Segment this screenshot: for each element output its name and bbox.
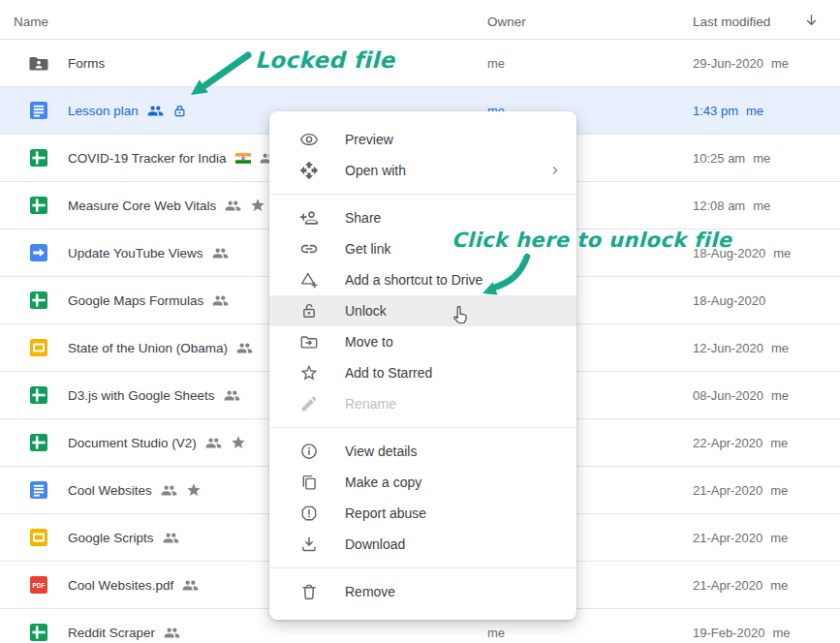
- menu-item-label: Download: [345, 536, 405, 552]
- last-modified-cell: 08-Jun-2020me: [693, 388, 789, 403]
- sheets-icon: [27, 289, 50, 312]
- menu-item-label: Add to Starred: [345, 365, 432, 381]
- menu-item-label: Rename: [345, 396, 396, 412]
- menu-divider: [269, 427, 576, 428]
- menu-item-label: Open with: [345, 163, 406, 178]
- people-icon: [161, 482, 177, 499]
- link-icon: [299, 239, 319, 259]
- modified-by: me: [770, 531, 788, 545]
- india-flag-icon: [235, 153, 251, 164]
- last-modified-cell: 10:25 amme: [693, 151, 770, 166]
- column-header-last-modified[interactable]: Last modified: [693, 15, 770, 28]
- menu-item-label: Add a shortcut to Drive: [345, 272, 482, 288]
- docs-icon: [27, 99, 50, 122]
- modified-by: me: [770, 436, 788, 450]
- people-icon: [164, 625, 180, 641]
- eye-icon: [299, 130, 319, 149]
- file-name: Lesson plan: [68, 104, 139, 118]
- menu-item-label: Unlock: [345, 303, 387, 319]
- slides-icon: [27, 526, 50, 549]
- menu-item-label: Move to: [345, 334, 393, 350]
- table-row[interactable]: Forms me 29-Jun-2020me: [0, 40, 840, 87]
- menu-item-preview[interactable]: Preview: [269, 124, 576, 155]
- last-modified-cell: 21-Apr-2020me: [693, 578, 788, 593]
- file-name: State of the Union (Obama): [68, 341, 228, 355]
- file-name: D3.js with Google Sheets: [68, 388, 215, 403]
- modified-by: me: [770, 483, 788, 498]
- hand-cursor-icon: [449, 305, 470, 326]
- modified-by: me: [770, 578, 788, 593]
- modified-by: me: [753, 199, 770, 213]
- star-icon: [250, 198, 265, 213]
- trash-icon: [299, 582, 319, 601]
- modified-by: me: [746, 104, 763, 118]
- slides-icon: [27, 336, 50, 359]
- last-modified-cell: 12:08 amme: [693, 199, 770, 213]
- menu-item-add-a-shortcut-to-drive[interactable]: Add a shortcut to Drive: [269, 264, 576, 295]
- menu-item-move-to[interactable]: Move to: [269, 326, 576, 357]
- menu-item-unlock[interactable]: Unlock: [269, 295, 576, 326]
- file-name: Cool Websites: [68, 483, 152, 498]
- people-icon: [147, 103, 164, 119]
- people-icon: [212, 245, 229, 261]
- file-name: COVID-19 Tracker for India: [68, 151, 227, 166]
- pencil-icon: [299, 394, 319, 413]
- last-modified-cell: 29-Jun-2020me: [693, 56, 789, 71]
- modified-by: me: [753, 151, 770, 166]
- file-name: Reddit Scraper: [68, 626, 155, 640]
- column-header-owner[interactable]: Owner: [487, 15, 526, 28]
- modified-by: me: [773, 246, 791, 260]
- menu-item-label: Share: [345, 210, 381, 226]
- file-name: Cool Websites.pdf: [68, 578, 173, 593]
- person-add-icon: [299, 208, 319, 228]
- menu-item-download[interactable]: Download: [269, 529, 576, 560]
- file-name: Update YouTube Views: [68, 246, 203, 260]
- people-icon: [163, 530, 179, 546]
- sheets-icon: [27, 383, 50, 407]
- context-menu: Preview Open with Share Get link Add a s…: [269, 111, 576, 620]
- column-header-name[interactable]: Name: [14, 15, 48, 28]
- menu-item-remove[interactable]: Remove: [269, 576, 576, 607]
- list-header: Name Owner Last modified: [0, 0, 840, 40]
- people-icon: [224, 387, 240, 404]
- last-modified-cell: 22-Apr-2020me: [693, 436, 788, 450]
- last-modified-cell: 18-Aug-2020: [693, 293, 765, 308]
- file-name: Document Studio (V2): [68, 436, 197, 450]
- menu-item-view-details[interactable]: View details: [269, 436, 576, 467]
- menu-item-label: Make a copy: [345, 475, 421, 490]
- info-icon: [299, 442, 319, 461]
- script-icon: [27, 241, 50, 264]
- open-with-icon: [299, 161, 319, 180]
- people-icon: [225, 198, 241, 214]
- last-modified-cell: 1:43 pmme: [693, 104, 763, 118]
- menu-item-label: Preview: [345, 132, 393, 147]
- annotation-locked-file: Locked file: [255, 47, 395, 73]
- star-icon: [186, 482, 202, 498]
- menu-item-label: Get link: [345, 241, 390, 257]
- owner-cell: me: [487, 56, 505, 71]
- last-modified-cell: 12-Jun-2020me: [693, 341, 789, 355]
- pdf-icon: PDF: [27, 573, 50, 597]
- annotation-unlock-hint: Click here to unlock file: [451, 229, 731, 252]
- download-icon: [299, 535, 319, 554]
- menu-item-open-with[interactable]: Open with: [269, 155, 576, 186]
- people-icon: [205, 435, 222, 451]
- menu-item-rename[interactable]: Rename: [269, 388, 576, 419]
- drive-file-list-screen: Name Owner Last modified Forms me 29-Jun…: [0, 0, 840, 643]
- lock-open-icon: [299, 301, 319, 321]
- people-icon: [236, 340, 253, 356]
- people-icon: [182, 577, 199, 594]
- modified-by: me: [771, 388, 789, 403]
- file-name: Google Maps Formulas: [68, 293, 203, 308]
- menu-item-make-a-copy[interactable]: Make a copy: [269, 467, 576, 498]
- last-modified-cell: 21-Apr-2020me: [693, 531, 788, 545]
- sheets-icon: [27, 621, 50, 643]
- modified-by: me: [771, 341, 789, 355]
- menu-item-add-to-starred[interactable]: Add to Starred: [269, 357, 576, 388]
- sort-arrow-down-icon[interactable]: [803, 12, 820, 28]
- menu-item-report-abuse[interactable]: Report abuse: [269, 498, 576, 529]
- menu-item-label: Report abuse: [345, 505, 426, 521]
- sheets-icon: [27, 194, 50, 217]
- last-modified-cell: 19-Feb-2020me: [693, 626, 791, 640]
- menu-divider: [269, 567, 576, 568]
